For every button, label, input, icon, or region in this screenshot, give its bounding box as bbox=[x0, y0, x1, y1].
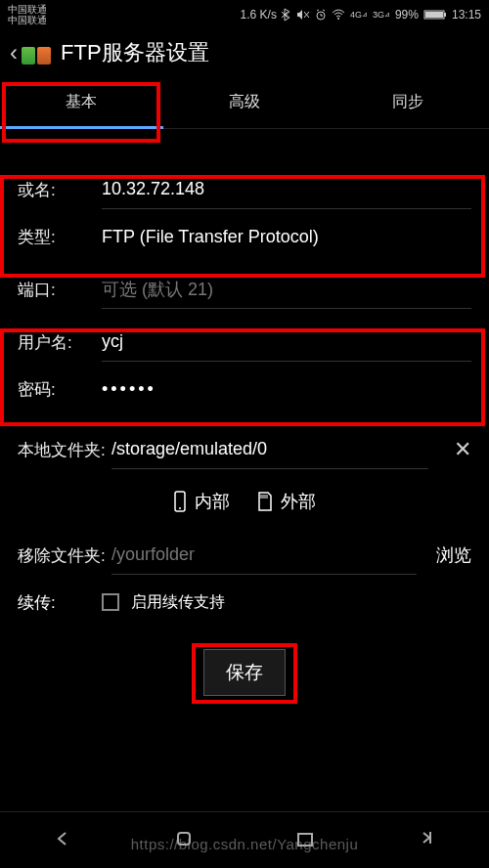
svg-line-4 bbox=[323, 10, 325, 11]
row-removefolder: 移除文件夹: /yourfolder 浏览 bbox=[0, 532, 489, 579]
clear-localdir-button[interactable]: ✕ bbox=[428, 437, 471, 462]
status-bar: 中国联通 中国联通 1.6 K/s 4G⊿ 3G⊿ 99% 13:15 bbox=[0, 0, 489, 29]
svg-rect-7 bbox=[425, 12, 443, 18]
row-username: 用户名: ycj bbox=[0, 319, 489, 366]
localdir-label: 本地文件夹: bbox=[18, 439, 111, 461]
nav-vnav-icon[interactable] bbox=[417, 828, 438, 853]
host-field[interactable]: 10.32.72.148 bbox=[102, 170, 471, 209]
app-icon bbox=[22, 41, 55, 65]
localdir-field[interactable]: /storage/emulated/0 bbox=[111, 430, 428, 469]
storage-external-button[interactable]: 外部 bbox=[257, 490, 316, 513]
svg-rect-8 bbox=[444, 13, 446, 17]
back-icon[interactable]: ‹ bbox=[6, 39, 22, 66]
svg-rect-15 bbox=[178, 833, 190, 845]
port-label: 端口: bbox=[18, 279, 102, 301]
svg-line-3 bbox=[317, 10, 319, 11]
page-title: FTP服务器设置 bbox=[61, 38, 209, 67]
tab-sync-label: 同步 bbox=[392, 92, 423, 112]
resume-checkbox[interactable] bbox=[102, 593, 119, 611]
resume-text: 启用续传支持 bbox=[131, 592, 225, 613]
password-field[interactable]: •••••• bbox=[102, 369, 471, 409]
tab-advanced-label: 高级 bbox=[229, 92, 260, 112]
svg-point-5 bbox=[337, 18, 339, 20]
save-button[interactable]: 保存 bbox=[203, 649, 286, 696]
battery-icon bbox=[423, 9, 447, 21]
wifi-icon bbox=[332, 9, 345, 21]
alarm-icon bbox=[315, 9, 327, 21]
nav-back-icon[interactable] bbox=[51, 828, 72, 853]
browse-button[interactable]: 浏览 bbox=[417, 543, 471, 567]
type-field[interactable]: FTP (File Transfer Protocol) bbox=[102, 217, 471, 256]
network-speed: 1.6 K/s bbox=[241, 8, 277, 22]
resume-label: 续传: bbox=[18, 591, 102, 614]
tab-sync[interactable]: 同步 bbox=[326, 76, 489, 128]
storage-toggle: 内部 外部 bbox=[0, 477, 489, 526]
password-label: 密码: bbox=[18, 378, 102, 401]
mute-icon bbox=[296, 9, 310, 21]
form: 或名: 10.32.72.148 类型: FTP (File Transfer … bbox=[0, 129, 489, 696]
nav-recent-icon[interactable] bbox=[295, 829, 315, 852]
clock: 13:15 bbox=[452, 8, 481, 22]
row-port: 端口: 可选 (默认 21) bbox=[0, 266, 489, 313]
signal-4g-icon: 4G⊿ bbox=[350, 10, 368, 20]
storage-internal-button[interactable]: 内部 bbox=[173, 490, 230, 513]
tab-basic[interactable]: 基本 bbox=[0, 76, 163, 128]
svg-rect-16 bbox=[298, 834, 312, 846]
tab-advanced[interactable]: 高级 bbox=[163, 76, 327, 128]
row-password: 密码: •••••• bbox=[0, 366, 489, 412]
sdcard-icon bbox=[257, 492, 273, 511]
username-field[interactable]: ycj bbox=[102, 323, 471, 362]
svg-point-10 bbox=[179, 507, 181, 509]
app-bar: ‹ FTP服务器设置 bbox=[0, 29, 489, 76]
username-label: 用户名: bbox=[18, 331, 102, 354]
bluetooth-icon bbox=[282, 8, 291, 22]
host-label: 或名: bbox=[18, 179, 102, 201]
nav-home-icon[interactable] bbox=[174, 829, 194, 852]
removefolder-field[interactable]: /yourfolder bbox=[111, 536, 417, 575]
carrier-label: 中国联通 中国联通 bbox=[8, 4, 47, 25]
android-navbar bbox=[0, 811, 489, 868]
storage-external-label: 外部 bbox=[281, 490, 316, 513]
phone-icon bbox=[173, 491, 187, 512]
row-localdir: 本地文件夹: /storage/emulated/0 ✕ bbox=[0, 426, 489, 473]
battery-percentage: 99% bbox=[395, 8, 419, 22]
storage-internal-label: 内部 bbox=[195, 490, 230, 513]
row-host: 或名: 10.32.72.148 bbox=[0, 166, 489, 213]
row-resume: 续传: 启用续传支持 bbox=[0, 579, 489, 626]
removefolder-label: 移除文件夹: bbox=[18, 544, 111, 567]
tab-bar: 基本 高级 同步 bbox=[0, 76, 489, 129]
port-field[interactable]: 可选 (默认 21) bbox=[102, 270, 471, 309]
tab-basic-label: 基本 bbox=[66, 92, 97, 112]
signal-3g-icon: 3G⊿ bbox=[373, 10, 390, 20]
row-type: 类型: FTP (File Transfer Protocol) bbox=[0, 213, 489, 260]
close-icon: ✕ bbox=[454, 437, 471, 461]
type-label: 类型: bbox=[18, 226, 102, 248]
